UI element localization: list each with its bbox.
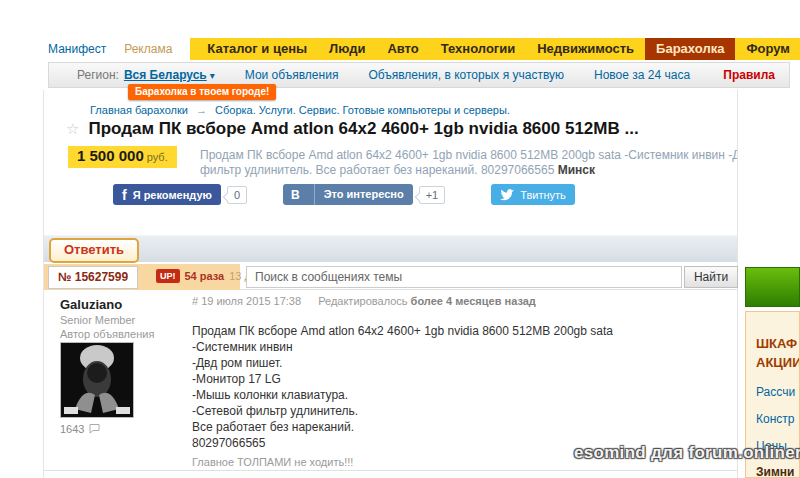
speech-bubble-icon [89, 424, 100, 434]
reply-button[interactable]: Ответить [49, 238, 139, 263]
reply-toolbar [44, 235, 737, 262]
menu-item-catalog[interactable]: Каталог и цены [196, 38, 318, 60]
region-selector[interactable]: Вся Беларусь [124, 68, 207, 82]
price-currency: руб. [147, 151, 168, 163]
facebook-label: Я рекомендую [133, 189, 212, 201]
topic-search-input[interactable] [246, 266, 682, 288]
topic-number[interactable]: № 15627599 [48, 266, 138, 289]
price-badge: 1 500 000руб. [68, 146, 177, 168]
breadcrumb-category-link[interactable]: Сборка. Услуги. Сервис. Готовые компьюте… [215, 104, 510, 116]
post-body-line: -Сетевой фильтр удлинитель. [192, 403, 613, 419]
up-badge: UP! [156, 269, 180, 283]
post-body-line: Продам ПК всборе Amd atlon 64x2 4600+ 1g… [192, 323, 613, 339]
post-signature: Главное ТОЛПАМИ не ходить!!! [192, 456, 353, 468]
post-body-line: -Монитор 17 LG [192, 371, 613, 387]
description-line-2-text: фильтр удлинитель. Все работает без наре… [200, 163, 554, 177]
breadcrumb-arrow-icon: → [196, 104, 207, 116]
ad-link-2[interactable]: Констр [756, 412, 800, 426]
twitter-tweet-button[interactable]: Твитнуть [491, 184, 575, 205]
vk-label: Это интересно [314, 184, 413, 205]
post-header: # 19 июля 2015 17:38 Редактировалось бол… [192, 295, 536, 307]
post-divider [44, 470, 737, 471]
facebook-like-counter: 0 [227, 186, 247, 204]
rules-link[interactable]: Правила [723, 68, 775, 82]
post-body-line: -Системник инвин [192, 339, 613, 355]
description-line-2: фильтр удлинитель. Все работает без наре… [200, 163, 737, 178]
post-body-line: -Двд ром пишет. [192, 355, 613, 371]
menu-item-realty[interactable]: Недвижимость [526, 38, 645, 60]
search-button[interactable]: Найти [684, 266, 738, 288]
top-navigation: Манифест Реклама Каталог и цены Люди Авт… [48, 38, 792, 60]
region-label: Регион: [77, 68, 119, 82]
forum-topic-page: Манифест Реклама Каталог и цены Люди Авт… [0, 0, 800, 478]
avatar-image [61, 343, 133, 417]
menu-item-auto[interactable]: Авто [376, 38, 429, 60]
subnav-my-ads-link[interactable]: Мои объявления [245, 68, 339, 82]
author-message-count: 1643 [60, 423, 100, 435]
facebook-icon: f [122, 187, 127, 203]
price-value: 1 500 000 [77, 147, 144, 164]
post-body-line: 80297066565 [192, 435, 613, 451]
facebook-like-button[interactable]: f Я рекомендую [113, 184, 221, 205]
menu-item-tech[interactable]: Технологии [430, 38, 526, 60]
twitter-label: Твитнуть [520, 189, 566, 201]
vk-share-counter: +1 [419, 186, 446, 204]
ad-link-1[interactable]: Рассчи [756, 385, 800, 399]
post-author-name[interactable]: Galuziano [60, 297, 122, 312]
menu-item-forum[interactable]: Форум [735, 38, 800, 60]
nav-reklama-link[interactable]: Реклама [124, 42, 172, 56]
vk-icon: В [283, 188, 308, 202]
subnav-participating-link[interactable]: Объявления, в которых я участвую [368, 68, 564, 82]
menu-item-baraholka-active[interactable]: Барахолка [645, 38, 735, 60]
city-tooltip[interactable]: Барахолка в твоем городе! [128, 84, 276, 100]
page-title: Продам ПК всборе Amd atlon 64x2 4600+ 1g… [88, 119, 638, 139]
main-menu: Каталог и цены Люди Авто Технологии Недв… [190, 38, 800, 60]
breadcrumb-root-link[interactable]: Главная барахолки [90, 104, 188, 116]
post-author-rank: Senior Member [60, 314, 135, 326]
breadcrumb: Главная барахолки → Сборка. Услуги. Серв… [90, 104, 510, 116]
post-edited-prefix: Редактировалось [318, 295, 407, 307]
post-edited-time: более 4 месяцев назад [411, 295, 536, 307]
watermark: esomind для forum.onliner.by [574, 443, 800, 463]
up-count: 54 раза [185, 270, 225, 282]
listing-description: Продам ПК всборе Amd atlon 64x2 4600+ 1g… [200, 148, 737, 178]
post-body-line: -Мышь колонки клавиатура. [192, 387, 613, 403]
vk-share-button[interactable]: В Это интересно [283, 184, 413, 205]
post-date[interactable]: # 19 июля 2015 17:38 [192, 295, 301, 307]
subnav-new-24h-link[interactable]: Новое за 24 часа [594, 68, 690, 82]
chevron-down-icon: ▾ [210, 70, 215, 81]
listing-city: Минск [558, 163, 595, 177]
post-body: Продам ПК всборе Amd atlon 64x2 4600+ 1g… [192, 323, 613, 451]
menu-item-people[interactable]: Люди [318, 38, 376, 60]
ad-subheading: Зимни [756, 465, 800, 478]
favorite-star-icon[interactable]: ☆ [66, 120, 79, 138]
message-count-value: 1643 [60, 423, 84, 435]
post-author-role: Автор объявления [60, 328, 154, 340]
description-line-1: Продам ПК всборе Amd atlon 64x2 4600+ 1g… [200, 148, 737, 163]
social-share-row: f Я рекомендую 0 В Это интересно +1 Твит… [113, 184, 575, 205]
nav-manifest-link[interactable]: Манифест [48, 42, 106, 56]
title-row: ☆ Продам ПК всборе Amd atlon 64x2 4600+ … [66, 119, 639, 139]
avatar[interactable] [60, 342, 134, 418]
ad-heading-line-1: ШКАФ [756, 334, 800, 353]
twitter-bird-icon [500, 189, 514, 201]
post-body-line: Все работает без нареканий. [192, 419, 613, 435]
ad-banner-green[interactable] [745, 267, 800, 307]
ad-heading-line-2: АКЦИИ [756, 353, 800, 372]
